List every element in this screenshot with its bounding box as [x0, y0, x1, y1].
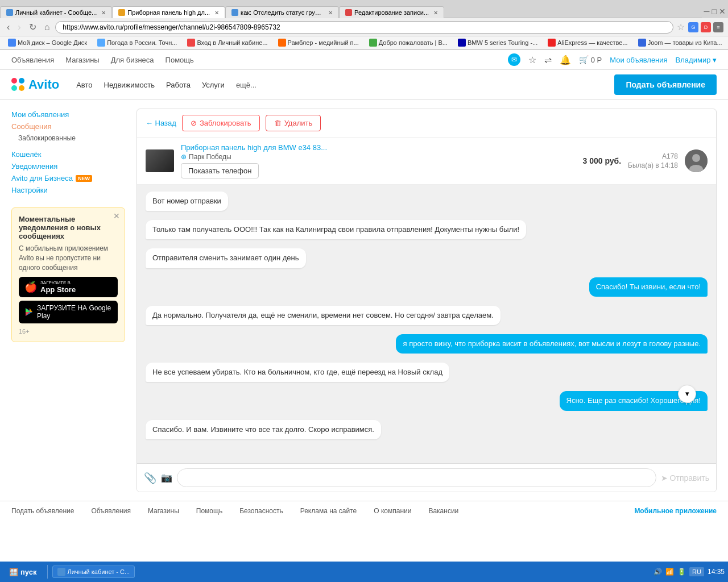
close-btn[interactable]: ✕ — [719, 7, 726, 16]
top-nav-stores[interactable]: Магазины — [65, 56, 100, 64]
footer-security[interactable]: Безопасность — [239, 507, 283, 515]
tab-close-btn[interactable]: ✕ — [328, 10, 333, 16]
app-store-btn[interactable]: 🍎 ЗАГРУЗИТЕ В App Store — [19, 277, 118, 297]
tab-close-btn[interactable]: ✕ — [214, 10, 219, 16]
age-notice: 16+ — [19, 328, 118, 335]
tab-priborpanel[interactable]: Приборная панель high дл... ✕ — [112, 6, 225, 18]
tab-edit-record[interactable]: Редактирование записи... ✕ — [339, 6, 444, 18]
home-btn[interactable]: ⌂ — [42, 21, 52, 34]
ext-icon-1[interactable]: G — [688, 22, 698, 32]
tab-track-cargo[interactable]: как: Отследить статус груза (н... ✕ — [225, 6, 339, 18]
msg-bubble-outgoing: Спасибо! Ты извини, если что! — [589, 277, 708, 297]
message-input[interactable] — [177, 468, 656, 487]
minimize-btn[interactable]: ─ — [704, 7, 710, 16]
scroll-down-btn[interactable]: ▾ — [678, 385, 696, 403]
bookmark-bmw[interactable]: BMW 5 series Touring -... — [454, 38, 541, 48]
nav-jobs[interactable]: Работа — [166, 81, 191, 89]
google-play-text: ЗАГРУЗИТЕ НА Google Play — [37, 304, 112, 320]
new-badge: NEW — [76, 175, 92, 182]
msg-text: Только там получатель ООО!!! Так как на … — [152, 225, 519, 234]
bookmark-icon — [369, 39, 377, 47]
google-play-btn[interactable]: ЗАГРУЗИТЕ НА Google Play — [19, 301, 118, 323]
taskbar-item-lk[interactable]: Личный кабинет - С... — [52, 566, 135, 578]
footer-stores[interactable]: Магазины — [148, 507, 179, 515]
nav-services[interactable]: Услуги — [202, 81, 225, 89]
tray-icon-3[interactable]: 🔋 — [677, 568, 686, 576]
bookmark-weather[interactable]: Погода в России. Точн... — [94, 38, 180, 48]
back-link[interactable]: ← Назад — [146, 119, 176, 127]
footer-about[interactable]: О компании — [374, 507, 411, 515]
show-phone-btn[interactable]: Показать телефон — [181, 163, 259, 178]
back-btn[interactable]: ‹ — [5, 21, 12, 34]
tab-label: как: Отследить статус груза (н... — [241, 9, 324, 16]
bookmark-label: BMW 5 series Touring -... — [468, 39, 537, 46]
messages-icon[interactable]: ✉ — [508, 53, 520, 66]
apple-icon: 🍎 — [24, 281, 37, 293]
sidebar-blocked[interactable]: Заблокированные — [11, 132, 125, 144]
user-menu[interactable]: Владимир ▾ — [676, 56, 717, 64]
footer-post-ad[interactable]: Подать объявление — [11, 507, 74, 515]
bookmark-joom[interactable]: Joom — товары из Кита... — [635, 38, 726, 48]
tab-close-btn[interactable]: ✕ — [433, 10, 438, 16]
nav-realty[interactable]: Недвижимость — [104, 81, 155, 89]
tab-personal-cabinet[interactable]: Личный кабинет - Сообще... ✕ — [0, 6, 112, 18]
page-content: Мои объявления Сообщения Заблокированные… — [0, 100, 728, 501]
tray-icon-1[interactable]: 🔊 — [653, 568, 662, 576]
address-input[interactable] — [55, 21, 673, 34]
ext-icon-2[interactable]: D — [701, 22, 711, 32]
bookmark-welcome[interactable]: Добро пожаловать | В... — [366, 38, 451, 48]
photo-btn[interactable]: 📷 — [161, 472, 172, 483]
footer-ads-site[interactable]: Реклама на сайте — [300, 507, 357, 515]
sidebar-my-ads[interactable]: Мои объявления — [11, 109, 125, 120]
lang-indicator[interactable]: RU — [689, 567, 704, 576]
avito-logo[interactable]: Avito — [11, 77, 59, 92]
my-ads-link[interactable]: Мои объявления — [610, 56, 667, 64]
sidebar-notifications[interactable]: Уведомления — [11, 160, 125, 172]
ext-icon-3[interactable]: ≡ — [713, 22, 723, 32]
top-nav-business[interactable]: Для бизнеса — [111, 56, 154, 64]
tray-icon-2[interactable]: 📶 — [665, 568, 674, 576]
footer-mobile[interactable]: Мобильное приложение — [634, 507, 717, 515]
taskbar: 🪟 пуск Личный кабинет - С... 🔊 📶 🔋 RU 14… — [0, 562, 728, 582]
banner-close-btn[interactable]: ✕ — [113, 211, 120, 221]
maximize-btn[interactable]: □ — [712, 7, 717, 16]
reload-btn[interactable]: ↻ — [27, 20, 39, 34]
send-btn[interactable]: ➤ Отправить — [661, 473, 709, 483]
tab-close-btn[interactable]: ✕ — [101, 10, 106, 16]
star-icon[interactable]: ☆ — [528, 55, 536, 65]
sidebar-avito-business[interactable]: Avito для Бизнеса NEW — [11, 172, 125, 184]
sidebar-settings[interactable]: Настройки — [11, 184, 125, 196]
block-btn[interactable]: ⊘ Заблокировать — [182, 115, 260, 131]
post-ad-btn[interactable]: Подать объявление — [614, 74, 717, 95]
delete-btn[interactable]: 🗑 Удалить — [266, 115, 321, 131]
taskbar-divider — [47, 565, 48, 579]
top-nav-help[interactable]: Помощь — [166, 56, 194, 64]
footer-help[interactable]: Помощь — [196, 507, 222, 515]
top-nav-ads[interactable]: Объявления — [11, 56, 54, 64]
forward-btn[interactable]: › — [15, 21, 23, 34]
ad-details: Приборная панель high для BMW е34 83... … — [181, 143, 576, 178]
bookmark-rambler[interactable]: Рамблер - медийный п... — [275, 38, 362, 48]
bookmark-lk[interactable]: Вход в Личный кабине... — [184, 38, 271, 48]
bookmark-icon — [458, 39, 466, 47]
ad-title-link[interactable]: Приборная панель high для BMW е34 83... — [181, 143, 327, 152]
bookmark-gdrive[interactable]: Мой диск – Google Диск — [5, 38, 90, 48]
footer-jobs[interactable]: Вакансии — [428, 507, 458, 515]
messages-area[interactable]: Вот номер отправки Только там получатель… — [137, 185, 716, 463]
nav-more[interactable]: ещё... — [236, 81, 257, 89]
bookmark-aliexpress[interactable]: AliExpress — качестве... — [544, 38, 631, 48]
sidebar-messages[interactable]: Сообщения — [11, 120, 125, 132]
bell-icon[interactable]: 🔔 — [560, 55, 571, 65]
site-footer: Подать объявление Объявления Магазины По… — [0, 501, 728, 521]
footer-ads[interactable]: Объявления — [91, 507, 130, 515]
attach-btn[interactable]: 📎 — [144, 472, 156, 484]
bookmark-star-btn[interactable]: ☆ — [677, 22, 685, 32]
sidebar-wallet[interactable]: Кошелёк — [11, 148, 125, 160]
address-bar-row: ‹ › ↻ ⌂ ☆ G D ≡ — [0, 18, 728, 36]
compare-icon[interactable]: ⇌ — [544, 55, 552, 65]
start-btn[interactable]: 🪟 пуск — [3, 566, 43, 579]
balance-display[interactable]: 🛒 0 Р — [579, 55, 602, 64]
ad-location: ⊕ Парк Победы — [181, 153, 576, 161]
message-9: Спасибо. И вам. Извините что все так дол… — [146, 420, 708, 444]
nav-auto[interactable]: Авто — [76, 81, 92, 89]
